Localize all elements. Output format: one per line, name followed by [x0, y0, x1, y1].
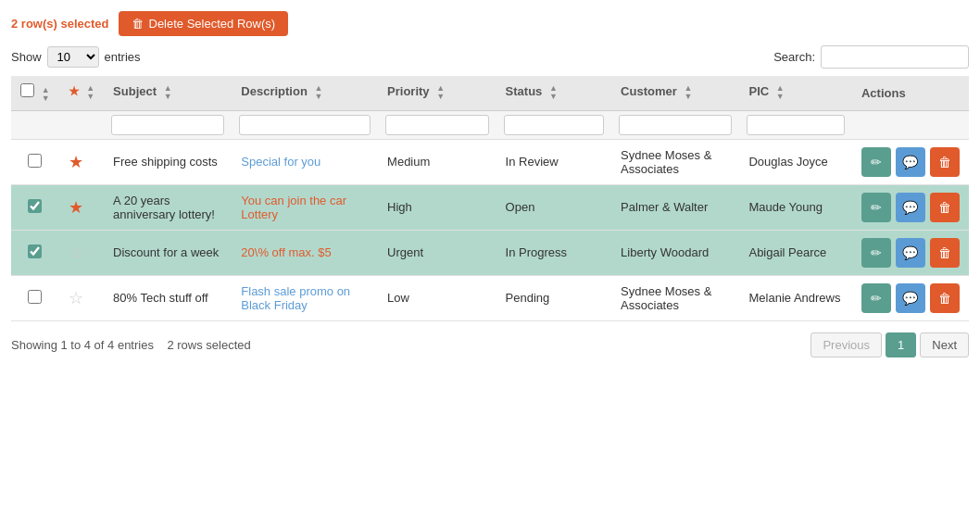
- delete-row-button[interactable]: 🗑: [930, 193, 960, 222]
- row-subject: Discount for a week: [104, 230, 232, 275]
- status-label: Status: [506, 85, 543, 99]
- selected-count-label: 2 row(s) selected: [11, 17, 109, 31]
- filter-subject-cell: [104, 110, 232, 139]
- actions-label: Actions: [861, 86, 906, 100]
- filter-description-input[interactable]: [239, 115, 371, 135]
- trash-icon: 🗑: [938, 291, 951, 306]
- table-body: ★Free shipping costsSpecial for youMediu…: [11, 139, 969, 320]
- page-1-button[interactable]: 1: [886, 332, 916, 357]
- pencil-icon: ✏: [871, 245, 882, 260]
- row-actions: ✏💬🗑: [852, 275, 969, 320]
- delete-selected-button[interactable]: 🗑 Delete Selected Row(s): [119, 11, 289, 36]
- row-subject: Free shipping costs: [104, 139, 232, 184]
- search-label: Search:: [773, 50, 815, 64]
- row-actions: ✏💬🗑: [852, 139, 969, 184]
- star-icon[interactable]: ☆: [69, 244, 83, 262]
- table-row: ★Free shipping costsSpecial for youMediu…: [11, 139, 969, 184]
- filter-subject-input[interactable]: [111, 115, 224, 135]
- next-button[interactable]: Next: [920, 332, 969, 357]
- message-button[interactable]: 💬: [896, 193, 925, 222]
- row-checkbox-cell: [11, 275, 59, 320]
- row-priority: High: [378, 184, 496, 230]
- pencil-icon: ✏: [871, 155, 882, 169]
- prev-button[interactable]: Previous: [810, 332, 882, 357]
- message-button[interactable]: 💬: [896, 238, 925, 268]
- filter-customer-input[interactable]: [619, 115, 732, 135]
- row-description: Special for you: [232, 139, 378, 184]
- chat-icon: 💬: [902, 155, 918, 169]
- header-row: ▲▼ ★ ▲▼ Subject ▲▼ Description ▲▼ Priori…: [11, 76, 969, 110]
- star-icon[interactable]: ☆: [69, 289, 83, 307]
- pencil-icon: ✏: [871, 291, 882, 306]
- row-checkbox[interactable]: [28, 244, 42, 258]
- edit-button[interactable]: ✏: [861, 193, 891, 222]
- trash-icon: 🗑: [938, 200, 951, 215]
- row-customer: Liberty Woodard: [611, 230, 739, 275]
- entries-select[interactable]: 10 25 50 100: [47, 46, 99, 68]
- row-description: Flash sale promo on Black Friday: [232, 275, 378, 320]
- header-subject[interactable]: Subject ▲▼: [104, 76, 232, 110]
- header-actions: Actions: [852, 76, 969, 110]
- delete-row-button[interactable]: 🗑: [930, 147, 960, 177]
- row-status: In Review: [496, 139, 611, 184]
- description-link[interactable]: 20\% off max. $5: [241, 245, 331, 259]
- description-link[interactable]: You can join the car Lottery: [241, 194, 346, 221]
- subject-label: Subject: [113, 85, 157, 99]
- pagination: Previous 1 Next: [810, 332, 969, 357]
- filter-pic-input[interactable]: [747, 115, 844, 135]
- header-description[interactable]: Description ▲▼: [232, 76, 378, 110]
- filter-customer-cell: [611, 110, 739, 139]
- table-row: ★A 20 years anniversary lottery!You can …: [11, 184, 969, 230]
- header-pic[interactable]: PIC ▲▼: [739, 76, 851, 110]
- trash-icon: 🗑: [938, 155, 951, 169]
- row-status: In Progress: [496, 230, 611, 275]
- header-customer[interactable]: Customer ▲▼: [611, 76, 739, 110]
- row-status: Open: [496, 184, 611, 230]
- showing-text: Showing 1 to 4 of 4 entries 2 rows selec…: [11, 338, 251, 352]
- select-all-checkbox[interactable]: [20, 83, 34, 97]
- row-checkbox[interactable]: [28, 154, 42, 168]
- show-label: Show: [11, 50, 42, 64]
- row-priority: Medium: [378, 139, 496, 184]
- star-icon[interactable]: ★: [69, 198, 83, 217]
- message-button[interactable]: 💬: [896, 283, 925, 313]
- star-icon[interactable]: ★: [69, 153, 83, 171]
- edit-button[interactable]: ✏: [861, 283, 891, 313]
- filter-status-cell: [496, 110, 611, 139]
- row-checkbox-cell: [11, 139, 59, 184]
- customer-label: Customer: [621, 85, 677, 99]
- row-subject: A 20 years anniversary lottery!: [104, 184, 232, 230]
- delete-row-button[interactable]: 🗑: [930, 283, 960, 313]
- search-input[interactable]: [821, 45, 969, 69]
- row-priority: Low: [378, 275, 496, 320]
- filter-checkbox-cell: [11, 110, 59, 139]
- edit-button[interactable]: ✏: [861, 147, 891, 177]
- row-star-cell: ★: [59, 139, 105, 184]
- filter-priority-input[interactable]: [385, 115, 489, 135]
- edit-button[interactable]: ✏: [861, 238, 891, 268]
- entries-label: entries: [105, 50, 141, 64]
- row-description: You can join the car Lottery: [232, 184, 378, 230]
- header-star: ★ ▲▼: [59, 76, 105, 110]
- priority-label: Priority: [387, 85, 430, 99]
- description-link[interactable]: Special for you: [241, 155, 320, 169]
- row-checkbox-cell: [11, 184, 59, 230]
- row-subject: 80% Tech stuff off: [104, 275, 232, 320]
- filter-description-cell: [232, 110, 378, 139]
- header-priority[interactable]: Priority ▲▼: [378, 76, 496, 110]
- row-star-cell: ☆: [59, 275, 105, 320]
- row-actions: ✏💬🗑: [852, 184, 969, 230]
- row-checkbox[interactable]: [28, 290, 42, 304]
- trash-icon: 🗑: [938, 245, 951, 260]
- description-link[interactable]: Flash sale promo on Black Friday: [241, 284, 350, 312]
- delete-row-button[interactable]: 🗑: [930, 238, 960, 268]
- row-star-cell: ★: [59, 184, 105, 230]
- chat-icon: 💬: [902, 245, 918, 260]
- pencil-icon: ✏: [871, 200, 882, 215]
- message-button[interactable]: 💬: [896, 147, 925, 177]
- header-status[interactable]: Status ▲▼: [496, 76, 611, 110]
- filter-row: [11, 110, 969, 139]
- filter-status-input[interactable]: [504, 115, 604, 135]
- row-customer: Palmer & Walter: [611, 184, 739, 230]
- row-checkbox[interactable]: [28, 199, 42, 213]
